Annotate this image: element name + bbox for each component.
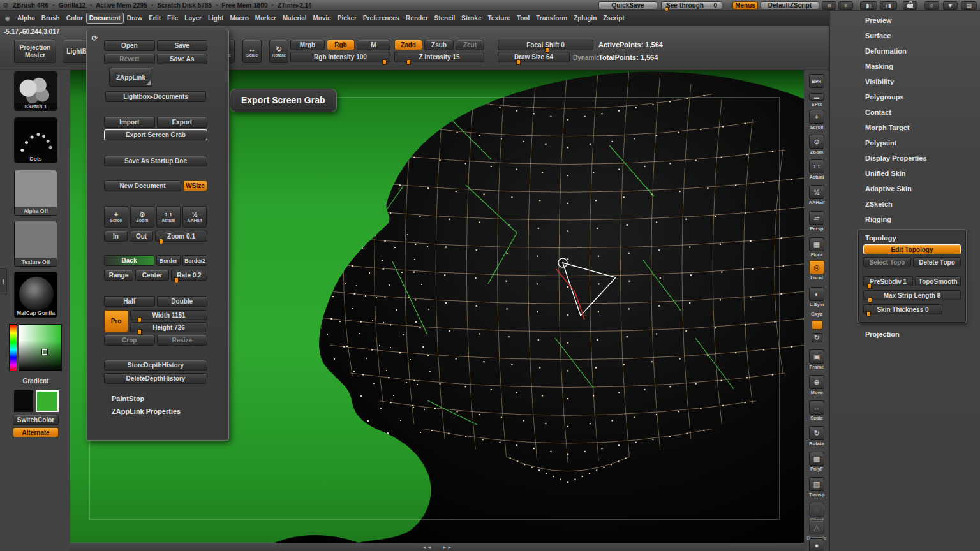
toposmooth-button[interactable]: TopoSmooth <box>915 276 961 286</box>
gyro-z-button[interactable]: ↻ <box>806 333 827 342</box>
import-button[interactable]: Import <box>104 117 155 128</box>
saturation-value-square[interactable] <box>19 324 62 371</box>
section-topology[interactable]: Topology <box>863 231 961 244</box>
matcap-thumbnail[interactable]: MatCap Gorilla <box>14 272 57 318</box>
resize-button[interactable]: Resize <box>157 335 208 346</box>
skin-thickness-slider[interactable]: Skin Thickness 0 <box>863 304 942 314</box>
seethrough-slider[interactable]: See-through 0 <box>661 1 722 10</box>
delete-depth-history-button[interactable]: DeleteDepthHistory <box>104 373 207 384</box>
local-transform-button[interactable]: ◎Local <box>806 260 827 281</box>
right-tray-toggle-icon[interactable]: ◨ <box>880 1 897 10</box>
menu-alpha[interactable]: Alpha <box>14 13 38 24</box>
polyframe-button[interactable]: ▩PolyF <box>806 452 827 472</box>
slider-marker[interactable] <box>867 283 872 289</box>
slider-marker[interactable] <box>406 59 411 65</box>
window-menu-icon[interactable]: ▤ <box>961 1 977 10</box>
rate-slider[interactable]: Rate 0.2 <box>171 270 207 281</box>
slider-marker[interactable] <box>174 277 179 283</box>
quicksave-button[interactable]: QuickSave <box>598 1 657 10</box>
gradient-label[interactable]: Gradient <box>9 378 63 385</box>
slider-marker[interactable] <box>137 329 142 335</box>
rgb-intensity-slider[interactable]: Rgb Intensity 100 <box>290 52 390 62</box>
perspective-button[interactable]: ▱Persp <box>806 211 827 231</box>
zadd-button[interactable]: Zadd <box>394 40 422 50</box>
alternate-button[interactable]: Alternate <box>13 427 59 437</box>
menu-restore-icon[interactable]: ⟳ <box>90 33 100 43</box>
aahalf-button[interactable]: ½AAHalf <box>806 185 827 205</box>
section-deformation[interactable]: Deformation <box>830 43 980 59</box>
menu-zscript[interactable]: Zscript <box>600 13 627 24</box>
menu-texture[interactable]: Texture <box>484 13 513 24</box>
actual-size-button[interactable]: 1:1Actual <box>806 159 827 180</box>
section-masking[interactable]: Masking <box>830 59 980 74</box>
doc-aahalf-button[interactable]: ½AAHalf <box>182 206 207 228</box>
section-rigging[interactable]: Rigging <box>830 212 980 227</box>
slider-marker[interactable] <box>516 59 521 65</box>
back-color-button[interactable]: Back <box>104 255 154 266</box>
menu-layer[interactable]: Layer <box>181 13 205 24</box>
stroke-dots-thumbnail[interactable]: Dots <box>14 117 57 163</box>
main-color-swatch[interactable] <box>14 390 33 412</box>
rotate-gizmo-button[interactable]: ↻Rotate <box>806 426 827 446</box>
menu-light[interactable]: Light <box>205 13 226 24</box>
scroll-left-arrows[interactable]: ◄◄ <box>422 545 432 550</box>
texture-thumbnail[interactable]: Texture Off <box>14 221 57 267</box>
focal-shift-slider[interactable]: Focal Shift 0 <box>498 40 593 50</box>
delete-topo-button[interactable]: Delete Topo <box>913 257 961 267</box>
alpha-thumbnail[interactable]: Alpha Off <box>14 170 57 216</box>
wsize-toggle[interactable]: WSize <box>183 180 207 191</box>
lock-icon[interactable] <box>903 1 917 10</box>
menu-stencil[interactable]: Stencil <box>431 13 459 24</box>
lsym-button[interactable]: ◐L.Sym <box>806 287 827 307</box>
section-display-properties[interactable]: Display Properties <box>830 151 980 166</box>
slider-marker[interactable] <box>159 239 163 244</box>
border-button[interactable]: Border <box>156 255 181 266</box>
section-zsketch[interactable]: ZSketch <box>830 196 980 212</box>
hue-strip[interactable] <box>9 324 17 371</box>
draw-size-slider[interactable]: Draw Size 64 <box>498 52 570 62</box>
slider-marker[interactable] <box>137 317 142 323</box>
floor-grid-button[interactable]: ▦Floor <box>806 237 827 258</box>
divider-bars-icon[interactable]: ≡ <box>822 1 836 10</box>
zoom-out-button[interactable]: Out <box>130 231 153 242</box>
presubdiv-slider[interactable]: PreSubdiv 1 <box>863 276 913 286</box>
rotate-tool-button[interactable]: ↻Rotate <box>269 40 288 63</box>
mrgb-button[interactable]: Mrgb <box>290 40 325 50</box>
scroll-canvas-button[interactable]: +Scroll <box>806 110 827 130</box>
scale-tool-button[interactable]: ↔Scale <box>242 40 262 63</box>
slider-marker[interactable] <box>545 47 549 53</box>
menu-document[interactable]: Document <box>86 13 124 24</box>
switchcolor-button[interactable]: SwitchColor <box>13 415 59 425</box>
menu-file[interactable]: File <box>164 13 181 24</box>
slider-marker[interactable] <box>866 311 871 317</box>
lightbox-documents-button[interactable]: Lightbox▸Documents <box>105 91 206 102</box>
new-document-button[interactable]: New Document <box>104 180 181 191</box>
menu-edit[interactable]: Edit <box>145 13 164 24</box>
frame-button[interactable]: ▣Frame <box>806 349 827 370</box>
zoom-in-button[interactable]: In <box>104 231 128 242</box>
center-button[interactable]: Center <box>135 270 169 281</box>
zsub-button[interactable]: Zsub <box>424 40 454 50</box>
zapplink-properties-section[interactable]: ZAppLink Properties <box>104 408 223 415</box>
doc-zoom-button[interactable]: ⊙Zoom <box>130 206 154 228</box>
doc-scroll-button[interactable]: +Scroll <box>104 206 128 228</box>
save-button[interactable]: Save <box>157 40 208 51</box>
zcut-button[interactable]: Zcut <box>456 40 484 50</box>
scale-gizmo-button[interactable]: ↔Scale <box>806 400 827 421</box>
section-projection[interactable]: Projection <box>830 327 980 342</box>
minimize-icon[interactable]: ▼ <box>943 1 958 10</box>
circle-icon[interactable]: ○ <box>924 1 939 10</box>
transparency-button[interactable]: ▨Transp <box>806 477 827 497</box>
double-button[interactable]: Double <box>157 296 208 307</box>
color-picker[interactable] <box>9 324 63 376</box>
range-button[interactable]: Range <box>104 270 133 281</box>
section-polypaint[interactable]: Polypaint <box>830 135 980 151</box>
zapplink-button[interactable]: ZAppLink <box>109 68 152 87</box>
menu-transform[interactable]: Transform <box>533 13 570 24</box>
menu-preferences[interactable]: Preferences <box>360 13 403 24</box>
move-gizmo-button[interactable]: ⊕Move <box>806 375 827 395</box>
horizontal-scrollbar[interactable]: ◄◄ ►► <box>70 543 804 551</box>
sketch-thumbnail[interactable]: Sketch 1 <box>14 71 57 111</box>
menu-material[interactable]: Material <box>279 13 310 24</box>
menu-stroke[interactable]: Stroke <box>458 13 484 24</box>
